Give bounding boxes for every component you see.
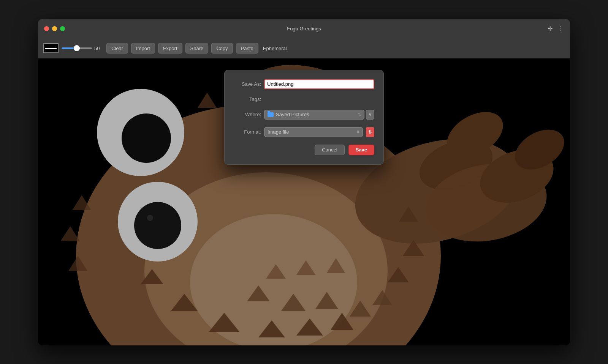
size-slider[interactable] [62, 47, 92, 49]
save-as-row: Save As: [234, 79, 374, 89]
canvas-area[interactable]: Save As: Tags: Where: Saved Pi [38, 58, 570, 345]
where-chevron-icon: ⇅ [358, 112, 361, 117]
pen-preview [43, 43, 59, 53]
share-button[interactable]: Share [185, 43, 209, 54]
size-value: 50 [94, 46, 103, 51]
where-select-inner: Saved Pictures [268, 112, 309, 117]
ephemeral-label: Ephemeral [263, 46, 287, 51]
app-window: Fugu Greetings ✛ ⋮ 50 Clear Import Expor… [38, 19, 570, 345]
close-button[interactable] [44, 26, 49, 31]
copy-button[interactable]: Copy [211, 43, 233, 54]
where-label: Where: [234, 112, 261, 117]
tags-row: Tags: [234, 95, 374, 104]
where-value: Saved Pictures [276, 112, 309, 117]
format-label: Format: [234, 129, 261, 135]
title-bar: Fugu Greetings ✛ ⋮ [38, 19, 570, 39]
clear-button[interactable]: Clear [106, 43, 128, 54]
save-dialog: Save As: Tags: Where: Saved Pi [224, 70, 384, 165]
export-button[interactable]: Export [158, 43, 182, 54]
minimize-button[interactable] [52, 26, 57, 31]
folder-icon [268, 112, 274, 117]
where-select-container: Saved Pictures ⇅ ∨ [264, 110, 374, 120]
import-button[interactable]: Import [131, 43, 155, 54]
modal-overlay: Save As: Tags: Where: Saved Pi [38, 58, 570, 345]
window-title: Fugu Greetings [287, 26, 321, 32]
format-chevron-icon: ⇅ [356, 130, 359, 134]
tags-input[interactable] [264, 95, 374, 104]
extensions-icon[interactable]: ✛ [548, 25, 553, 32]
format-stepper[interactable]: ⇅ [366, 127, 374, 137]
format-value: Image file [268, 129, 289, 135]
cancel-button[interactable]: Cancel [315, 145, 344, 155]
where-select[interactable]: Saved Pictures ⇅ [264, 110, 364, 120]
stepper-icon: ⇅ [368, 129, 372, 135]
maximize-button[interactable] [60, 26, 65, 31]
save-as-input[interactable] [264, 79, 374, 89]
title-bar-right: ✛ ⋮ [548, 25, 564, 32]
where-row: Where: Saved Pictures ⇅ ∨ [234, 110, 374, 120]
save-button[interactable]: Save [348, 145, 374, 155]
save-as-label: Save As: [234, 81, 261, 87]
size-slider-container: 50 [62, 46, 103, 51]
tags-label: Tags: [234, 96, 261, 102]
toolbar: 50 Clear Import Export Share Copy Paste … [38, 39, 570, 58]
where-expand-button[interactable]: ∨ [366, 110, 374, 120]
paste-button[interactable]: Paste [236, 43, 258, 54]
format-select[interactable]: Image file ⇅ [264, 127, 363, 137]
dialog-buttons: Cancel Save [234, 145, 374, 155]
pen-preview-stroke [45, 48, 57, 49]
more-icon[interactable]: ⋮ [558, 25, 564, 32]
traffic-lights [44, 26, 65, 31]
chevron-down-icon: ∨ [369, 112, 372, 117]
format-row: Format: Image file ⇅ ⇅ [234, 127, 374, 137]
